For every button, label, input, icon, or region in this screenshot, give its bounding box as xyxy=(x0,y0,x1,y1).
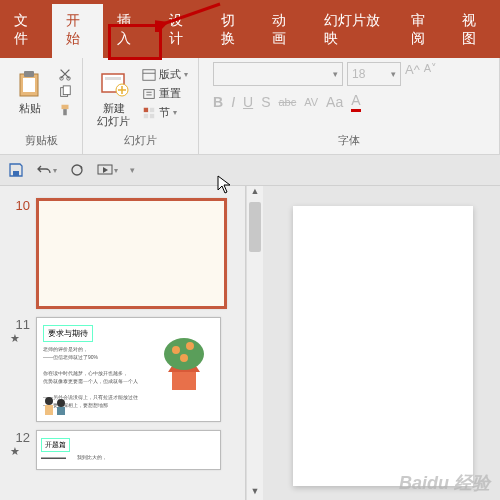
svg-rect-10 xyxy=(63,109,67,115)
increase-font-button[interactable]: A^ xyxy=(405,62,420,86)
plant-illustration xyxy=(154,326,214,396)
underline-button[interactable]: U xyxy=(243,94,253,110)
scroll-thumb[interactable] xyxy=(249,202,261,252)
case-button[interactable]: Aa xyxy=(326,94,343,110)
animation-star-icon: ★ xyxy=(10,445,30,458)
decrease-font-button[interactable]: A˅ xyxy=(424,62,437,86)
cut-icon xyxy=(58,67,72,81)
font-label: 字体 xyxy=(338,133,360,150)
svg-point-29 xyxy=(45,397,53,405)
thumbnail-item[interactable]: 11 ★ 要求与期待 老师的评价是对的，——但信老师就过了90%你在读中时代越梦… xyxy=(0,313,245,426)
title-bar: 文件 开始 插入 设计 切换 动画 幻灯片放映 审阅 视图 xyxy=(0,0,500,58)
section-icon xyxy=(142,106,156,120)
svg-rect-30 xyxy=(45,405,53,415)
slide-thumbnail[interactable]: 开题篇 ▬▬▬▬▬ 我到比大的， xyxy=(36,430,221,470)
svg-rect-17 xyxy=(144,107,148,111)
cut-button[interactable] xyxy=(56,66,74,82)
font-family-combo[interactable]: ▾ xyxy=(213,62,343,86)
tab-view[interactable]: 视图 xyxy=(448,4,500,58)
copy-icon xyxy=(58,85,72,99)
shadow-button[interactable]: S xyxy=(261,94,270,110)
slide-editor-area xyxy=(263,186,500,500)
save-icon xyxy=(8,162,24,178)
strike-button[interactable]: abc xyxy=(278,96,296,108)
group-slides: 新建 幻灯片 版式▾ 重置 节▾ 幻灯片 xyxy=(83,58,199,154)
svg-line-1 xyxy=(163,4,220,24)
scroll-up-button[interactable]: ▲ xyxy=(247,186,263,202)
quick-access-toolbar: ▾ ▾ ▾ xyxy=(0,155,500,186)
font-color-button[interactable]: A xyxy=(351,92,360,112)
svg-rect-19 xyxy=(144,113,148,117)
svg-rect-21 xyxy=(13,171,19,176)
redo-icon xyxy=(69,162,85,178)
svg-rect-18 xyxy=(150,107,154,111)
tab-review[interactable]: 审阅 xyxy=(397,4,449,58)
qat-customize-button[interactable]: ▾ xyxy=(130,165,135,175)
paste-button[interactable]: 粘贴 xyxy=(8,66,52,117)
play-icon xyxy=(97,162,113,178)
format-painter-button[interactable] xyxy=(56,102,74,118)
scroll-track[interactable] xyxy=(247,202,263,486)
thumbnail-scrollbar[interactable]: ▲ ▼ xyxy=(246,186,263,500)
save-button[interactable] xyxy=(8,162,24,178)
cursor-icon xyxy=(217,175,233,195)
ribbon-tabs: 文件 开始 插入 设计 切换 动画 幻灯片放映 审阅 视图 xyxy=(0,0,500,58)
svg-point-31 xyxy=(57,399,65,407)
svg-rect-8 xyxy=(63,86,70,95)
svg-rect-14 xyxy=(143,69,155,80)
people-illustration xyxy=(41,393,71,417)
tab-insert[interactable]: 插入 xyxy=(103,4,155,58)
current-slide[interactable] xyxy=(293,206,473,486)
slide-title: 要求与期待 xyxy=(43,325,93,342)
slide-number: 12 xyxy=(10,430,30,445)
slide-title: 开题篇 xyxy=(41,438,70,452)
layout-icon xyxy=(142,68,156,82)
clipboard-label: 剪贴板 xyxy=(25,133,58,150)
thumbnail-item[interactable]: 10 xyxy=(0,194,245,313)
ribbon: 粘贴 剪贴板 新建 幻灯片 版式▾ 重置 节▾ 幻灯片 xyxy=(0,58,500,155)
group-font: ▾ 18▾ A^ A˅ B I U S abc AV Aa A 字体 xyxy=(199,58,500,154)
spacing-button[interactable]: AV xyxy=(304,96,318,108)
tab-animations[interactable]: 动画 xyxy=(258,4,310,58)
brush-icon xyxy=(58,103,72,117)
tab-home[interactable]: 开始 xyxy=(52,4,104,58)
undo-icon xyxy=(36,162,52,178)
font-size-combo[interactable]: 18▾ xyxy=(347,62,401,86)
new-slide-label: 新建 幻灯片 xyxy=(97,102,130,128)
bold-button[interactable]: B xyxy=(213,94,223,110)
layout-button[interactable]: 版式▾ xyxy=(140,66,190,83)
thumbnail-item[interactable]: 12 ★ 开题篇 ▬▬▬▬▬ 我到比大的， xyxy=(0,426,245,474)
undo-button[interactable]: ▾ xyxy=(36,162,57,178)
svg-rect-16 xyxy=(144,89,155,98)
svg-rect-4 xyxy=(23,78,35,92)
italic-button[interactable]: I xyxy=(231,94,235,110)
slide-number: 11 xyxy=(10,317,30,332)
section-button[interactable]: 节▾ xyxy=(140,104,190,121)
chevron-down-icon: ▾ xyxy=(333,69,338,79)
redo-button[interactable] xyxy=(69,162,85,178)
chevron-down-icon: ▾ xyxy=(130,165,135,175)
new-slide-button[interactable]: 新建 幻灯片 xyxy=(91,66,136,130)
new-slide-icon xyxy=(98,68,130,100)
reset-button[interactable]: 重置 xyxy=(140,85,190,102)
paste-label: 粘贴 xyxy=(19,102,41,115)
svg-point-28 xyxy=(180,354,188,362)
slides-label: 幻灯片 xyxy=(124,133,157,150)
svg-rect-3 xyxy=(24,71,34,77)
tab-file[interactable]: 文件 xyxy=(0,4,52,58)
group-clipboard: 粘贴 剪贴板 xyxy=(0,58,83,154)
slide-thumbnail[interactable]: 要求与期待 老师的评价是对的，——但信老师就过了90%你在读中时代越梦，心中放开… xyxy=(36,317,221,422)
animation-star-icon: ★ xyxy=(10,332,30,345)
paste-icon xyxy=(14,68,46,100)
slide-number: 10 xyxy=(10,198,30,309)
annotation-arrow xyxy=(155,2,225,32)
svg-point-27 xyxy=(186,342,194,350)
scroll-down-button[interactable]: ▼ xyxy=(247,486,263,500)
svg-point-26 xyxy=(172,346,180,354)
slide-thumbnail[interactable] xyxy=(36,198,227,309)
copy-button[interactable] xyxy=(56,84,74,100)
svg-rect-20 xyxy=(150,113,154,117)
reset-icon xyxy=(142,87,156,101)
slideshow-start-button[interactable]: ▾ xyxy=(97,162,118,178)
tab-slideshow[interactable]: 幻灯片放映 xyxy=(310,4,397,58)
